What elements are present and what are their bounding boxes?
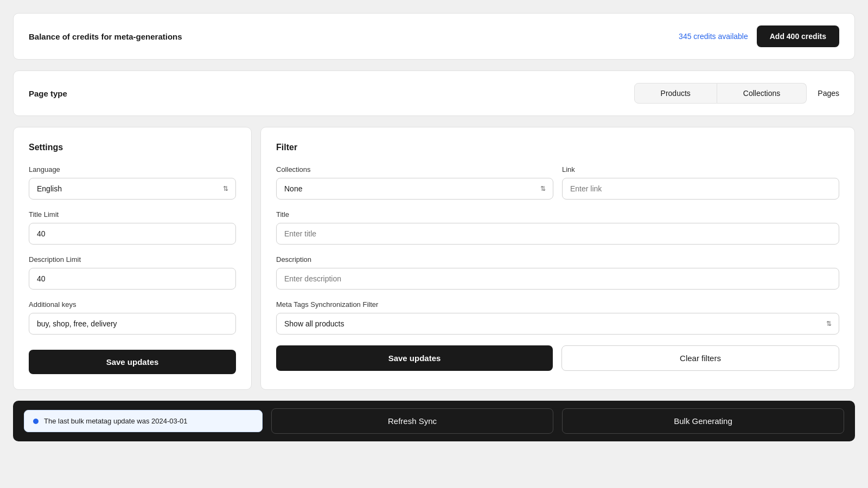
add-credits-button[interactable]: Add 400 credits xyxy=(757,25,839,47)
page-type-card: Page type Products Collections Pages xyxy=(13,70,855,116)
filter-buttons: Save updates Clear filters xyxy=(276,345,839,371)
collections-select[interactable]: None All Summer Collection Winter Collec… xyxy=(276,178,553,200)
credits-right: 345 credits available Add 400 credits xyxy=(679,25,839,47)
additional-keys-input[interactable] xyxy=(29,313,236,335)
meta-sync-field-group: Meta Tags Synchronization Filter Show al… xyxy=(276,300,839,335)
language-field-group: Language English French German Spanish ⇅ xyxy=(29,165,236,200)
main-row: Settings Language English French German … xyxy=(13,127,855,390)
title-limit-field-group: Title Limit xyxy=(29,210,236,245)
filter-title-field-group: Title xyxy=(276,210,839,245)
meta-sync-select-wrapper: Show all products Show synced products S… xyxy=(276,313,839,335)
sync-status-text: The last bulk metatag update was 2024-03… xyxy=(44,417,188,425)
filter-description-field-group: Description xyxy=(276,255,839,290)
link-label: Link xyxy=(562,165,839,174)
filter-title: Filter xyxy=(276,143,839,152)
clear-filters-button[interactable]: Clear filters xyxy=(561,345,839,371)
link-field-group: Link xyxy=(562,165,839,200)
filter-title-input[interactable] xyxy=(276,223,839,245)
credits-card: Balance of credits for meta-generations … xyxy=(13,13,855,60)
language-label: Language xyxy=(29,165,236,174)
tab-pages[interactable]: Pages xyxy=(818,89,839,98)
tab-products[interactable]: Products xyxy=(634,83,717,104)
title-limit-label: Title Limit xyxy=(29,210,236,219)
description-limit-label: Description Limit xyxy=(29,255,236,264)
filter-panel: Filter Collections None All Summer Colle… xyxy=(260,127,855,390)
language-select-wrapper: English French German Spanish ⇅ xyxy=(29,178,236,200)
bulk-generating-button[interactable]: Bulk Generating xyxy=(562,408,844,434)
sync-dot xyxy=(33,419,39,424)
filter-collections-link-row: Collections None All Summer Collection W… xyxy=(276,165,839,200)
settings-save-button[interactable]: Save updates xyxy=(29,350,236,374)
settings-title: Settings xyxy=(29,143,236,152)
credits-available[interactable]: 345 credits available xyxy=(679,32,748,41)
settings-panel: Settings Language English French German … xyxy=(13,127,252,390)
page-type-label: Page type xyxy=(29,89,67,98)
tab-collections[interactable]: Collections xyxy=(717,83,807,104)
sync-status: The last bulk metatag update was 2024-03… xyxy=(24,410,263,432)
filter-title-label: Title xyxy=(276,210,839,219)
credits-title: Balance of credits for meta-generations xyxy=(29,32,182,41)
collections-field-group: Collections None All Summer Collection W… xyxy=(276,165,553,200)
description-limit-input[interactable] xyxy=(29,268,236,290)
meta-sync-label: Meta Tags Synchronization Filter xyxy=(276,300,839,309)
refresh-sync-button[interactable]: Refresh Sync xyxy=(271,408,553,434)
title-limit-input[interactable] xyxy=(29,223,236,245)
additional-keys-field-group: Additional keys xyxy=(29,300,236,335)
page-type-tabs: Products Collections Pages xyxy=(634,83,839,104)
filter-description-label: Description xyxy=(276,255,839,264)
collections-select-wrapper: None All Summer Collection Winter Collec… xyxy=(276,178,553,200)
description-limit-field-group: Description Limit xyxy=(29,255,236,290)
collections-label: Collections xyxy=(276,165,553,174)
additional-keys-label: Additional keys xyxy=(29,300,236,309)
language-select[interactable]: English French German Spanish xyxy=(29,178,236,200)
bottom-bar: The last bulk metatag update was 2024-03… xyxy=(13,401,855,441)
link-input[interactable] xyxy=(562,178,839,200)
meta-sync-select[interactable]: Show all products Show synced products S… xyxy=(276,313,839,335)
filter-save-button[interactable]: Save updates xyxy=(276,345,553,371)
filter-description-input[interactable] xyxy=(276,268,839,290)
